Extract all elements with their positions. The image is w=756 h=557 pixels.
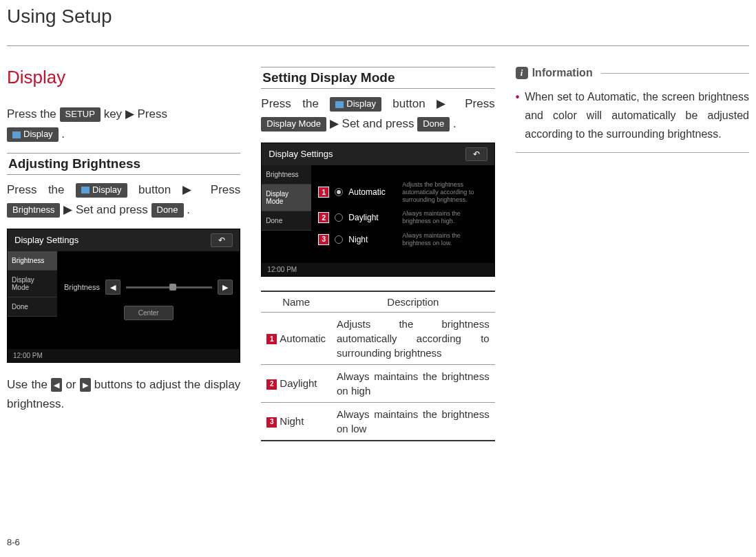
screenshot-sidebar: Brightness Display Mode Done <box>262 165 311 263</box>
cell-desc: Always maintains the brightness on low <box>331 402 495 441</box>
radio-off-icon <box>335 213 343 222</box>
text: Press the <box>7 107 60 120</box>
option-automatic: 1 Automatic Adjusts the brightness autom… <box>318 180 487 204</box>
text: Display <box>92 185 122 195</box>
columns: Display Press the SETUP key ▶ Press Disp… <box>7 67 749 441</box>
display-pill: Display <box>76 183 127 198</box>
display-icon <box>335 101 344 108</box>
back-button: ↶ <box>465 147 487 161</box>
info-text: When set to Automatic, the screen bright… <box>525 87 749 144</box>
slider-label: Brightness <box>64 283 100 291</box>
done-pill: Done <box>417 117 450 132</box>
display-pill: Display <box>7 127 59 142</box>
cell-desc: Always maintains the brightness on high <box>331 364 495 402</box>
marker-2: 2 <box>266 379 277 390</box>
display-mode-pill: Display Mode <box>261 117 326 132</box>
brightness-steps: Press the Display button ▶ Press Brightn… <box>7 180 240 220</box>
column-2: Setting Display Mode Press the Display b… <box>261 67 494 441</box>
display-icon <box>81 187 90 193</box>
tab-display-mode: Display Mode <box>262 185 311 211</box>
column-3: i Information • When set to Automatic, t… <box>516 67 749 441</box>
name-text: Automatic <box>280 333 326 344</box>
text: button ▶ Press <box>138 183 240 196</box>
screenshot-title: Display Settings <box>14 235 78 245</box>
text: or <box>65 378 79 391</box>
text: ▶ Set and press <box>63 203 151 216</box>
marker-3: 3 <box>318 234 329 245</box>
table-row: 2Daylight Always maintains the brightnes… <box>261 364 494 402</box>
option-label: Automatic <box>348 187 397 197</box>
info-divider <box>516 152 749 153</box>
text: Press the <box>261 97 330 110</box>
name-text: Daylight <box>280 377 317 389</box>
tab-brightness: Brightness <box>8 251 57 271</box>
brightness-pill: Brightness <box>7 203 60 218</box>
screenshot-title: Display Settings <box>269 149 333 159</box>
setup-key-pill: SETUP <box>60 107 101 122</box>
slider-left-icon: ◀ <box>105 280 120 295</box>
text: . <box>453 117 456 130</box>
display-icon <box>12 132 21 138</box>
brightness-slider-row: Brightness ◀ ▶ <box>64 280 233 295</box>
option-desc: Always maintains the brightness on low. <box>402 232 487 247</box>
text: . <box>61 127 65 140</box>
tab-display-mode: Display Mode <box>8 271 57 297</box>
table-row: 1Automatic Adjusts the brightness automa… <box>261 312 494 364</box>
right-arrow-icon: ▶ <box>80 378 91 392</box>
cell-name: 3Night <box>261 402 331 441</box>
display-mode-table: Name Description 1Automatic Adjusts the … <box>261 291 494 441</box>
radio-off-icon <box>335 235 343 244</box>
info-line <box>601 73 749 74</box>
table-row: 3Night Always maintains the brightness o… <box>261 402 494 441</box>
marker-1: 1 <box>266 334 277 344</box>
slider-track <box>126 286 212 288</box>
screenshot-titlebar: Display Settings ↶ <box>262 143 494 165</box>
column-1: Display Press the SETUP key ▶ Press Disp… <box>7 67 240 441</box>
adjusting-brightness-heading: Adjusting Brightness <box>7 153 240 175</box>
display-intro: Press the SETUP key ▶ Press Display . <box>7 105 240 145</box>
text: button ▶ Press <box>392 97 494 110</box>
radio-on-icon <box>335 188 343 196</box>
info-bullet: • When set to Automatic, the screen brig… <box>516 87 749 144</box>
done-pill: Done <box>151 203 184 218</box>
option-night: 3 Night Always maintains the brightness … <box>318 231 487 249</box>
text: Press the <box>7 183 76 196</box>
brightness-screenshot: Display Settings ↶ Brightness Display Mo… <box>7 229 240 363</box>
cell-desc: Adjusts the brightness automatically acc… <box>331 312 495 364</box>
text: Display <box>346 98 376 109</box>
back-button: ↶ <box>211 233 233 247</box>
screenshot-clock: 12:00 PM <box>262 263 494 276</box>
marker-3: 3 <box>266 417 277 428</box>
display-mode-steps: Press the Display button ▶ Press Display… <box>261 94 494 134</box>
text: ▶ Set and press <box>330 117 417 130</box>
screenshot-body: Brightness Display Mode Done Brightness … <box>8 251 240 349</box>
slider-thumb <box>169 284 176 291</box>
screenshot-clock: 12:00 PM <box>8 349 240 362</box>
name-text: Night <box>280 415 304 427</box>
option-daylight: 2 Daylight Always maintains the brightne… <box>318 209 487 227</box>
marker-2: 2 <box>318 212 329 223</box>
page-number: 8-6 <box>7 537 20 547</box>
option-label: Night <box>348 235 397 244</box>
option-desc: Always maintains the brightness on high. <box>402 210 487 225</box>
information-title: Information <box>532 67 593 79</box>
title-underline <box>7 45 749 46</box>
cell-name: 2Daylight <box>261 364 331 402</box>
marker-1: 1 <box>318 187 329 198</box>
center-button: Center <box>124 306 174 320</box>
text: key ▶ Press <box>104 107 167 120</box>
option-label: Daylight <box>348 213 397 222</box>
setting-display-mode-heading: Setting Display Mode <box>261 67 494 89</box>
text: . <box>187 203 190 216</box>
text: Use the <box>7 378 51 391</box>
screenshot-titlebar: Display Settings ↶ <box>8 229 240 251</box>
screenshot-body: Brightness Display Mode Done 1 Automatic… <box>262 165 494 263</box>
info-icon: i <box>516 67 528 79</box>
text: Display <box>23 129 53 139</box>
option-desc: Adjusts the brightness automatically acc… <box>402 181 487 203</box>
information-header: i Information <box>516 67 749 79</box>
tab-done: Done <box>262 211 311 231</box>
left-arrow-icon: ◀ <box>51 378 62 392</box>
slider-right-icon: ▶ <box>218 280 233 295</box>
table-header-description: Description <box>331 291 495 313</box>
